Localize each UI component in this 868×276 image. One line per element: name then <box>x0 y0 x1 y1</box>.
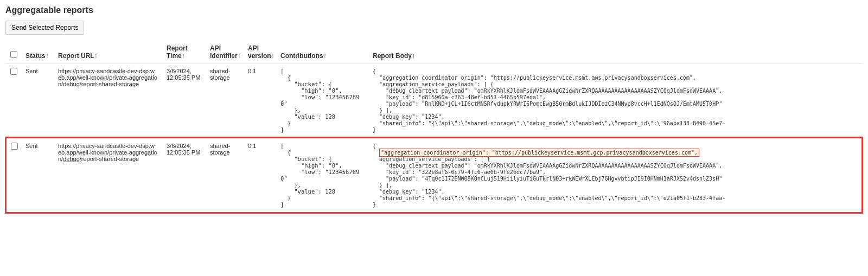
highlighted-aggregation-origin: "aggregation_coordinator_origin": "https… <box>379 149 699 157</box>
row1-contributions: [ { "bucket": { "high": "0", "low": "123… <box>276 63 368 138</box>
row1-api-identifier: shared-storage <box>206 63 244 138</box>
row1-api-version: 0.1 <box>244 63 276 138</box>
row2-report-time: 3/6/2024, 12:05:35 PM <box>162 138 206 213</box>
row1-status: Sent <box>21 63 54 138</box>
col-header-status: Status↑ <box>21 41 54 63</box>
row2-api-version: 0.1 <box>244 138 276 213</box>
select-all-checkbox[interactable] <box>10 51 17 58</box>
row1-report-body: { "aggregation_coordinator_origin": "htt… <box>368 63 862 138</box>
table-row-highlighted: Sent https://privacy-sandcastle-dev-dsp.… <box>6 138 862 213</box>
col-header-checkbox <box>6 41 21 63</box>
row1-checkbox[interactable] <box>10 68 17 75</box>
row2-status: Sent <box>21 138 54 213</box>
col-header-report-body: Report Body↑ <box>368 41 862 63</box>
page-title: Aggregatable reports <box>5 5 863 15</box>
row2-checkbox[interactable] <box>11 143 18 150</box>
row1-checkbox-cell <box>6 63 21 138</box>
table-row: Sent https://privacy-sandcastle-dev-dsp.… <box>6 63 862 138</box>
row2-report-body: { "aggregation_coordinator_origin": "htt… <box>368 138 862 213</box>
row1-report-time: 3/6/2024, 12:05:35 PM <box>162 63 206 138</box>
row2-api-identifier: shared-storage <box>206 138 244 213</box>
col-header-report-time: ReportTime↑ <box>162 41 206 63</box>
row2-report-url: https://privacy-sandcastle-dev-dsp.web.a… <box>54 138 162 213</box>
row2-contributions: [ { "bucket": { "high": "0", "low": "123… <box>276 138 368 213</box>
row2-checkbox-cell <box>6 138 21 213</box>
send-selected-reports-button[interactable]: Send Selected Reports <box>5 21 84 35</box>
col-header-api-identifier: APIidentifier↑ <box>206 41 244 63</box>
col-header-report-url: Report URL↑ <box>54 41 162 63</box>
col-header-contributions: Contributions↑ <box>276 41 368 63</box>
col-header-api-version: APIversion↑ <box>244 41 276 63</box>
row1-report-url: https://privacy-sandcastle-dev-dsp.web.a… <box>54 63 162 138</box>
